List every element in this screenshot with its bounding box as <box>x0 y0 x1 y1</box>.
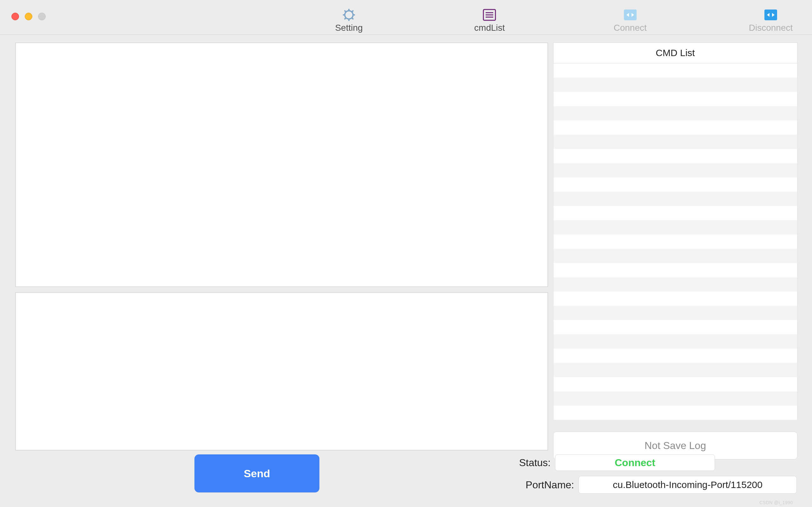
cmd-list-rows[interactable] <box>553 63 798 420</box>
toolbar-disconnect-label: Disconnect <box>749 23 793 33</box>
zoom-icon[interactable] <box>38 13 46 20</box>
received-textarea[interactable] <box>15 43 548 287</box>
cmd-list-row[interactable] <box>553 320 798 334</box>
watermark: CSDN @i_1990 <box>759 500 793 505</box>
cmd-list-row[interactable] <box>553 120 798 135</box>
cmd-list-row[interactable] <box>553 92 798 106</box>
cmd-list-row[interactable] <box>553 377 798 391</box>
toolbar-cmdlist-label: cmdList <box>474 23 505 33</box>
svg-line-8 <box>352 10 353 12</box>
portname-row: PortName: cu.Bluetooth-Incoming-Port/115… <box>525 476 797 494</box>
toolbar-cmdlist[interactable]: cmdList <box>458 9 521 33</box>
cmd-list-row[interactable] <box>553 406 798 420</box>
connect-icon <box>623 9 637 21</box>
cmd-list-row[interactable] <box>553 306 798 320</box>
status-label: Status: <box>519 457 551 469</box>
minimize-icon[interactable] <box>25 13 32 20</box>
cmd-list-row[interactable] <box>553 220 798 234</box>
cmd-list-row[interactable] <box>553 349 798 363</box>
gear-icon <box>342 9 356 21</box>
svg-line-5 <box>345 10 346 12</box>
cmd-list-row[interactable] <box>553 149 798 163</box>
status-row: Status: Connect <box>519 454 715 471</box>
cmd-list-row[interactable] <box>553 391 798 406</box>
cmd-list-panel: CMD List <box>553 43 798 420</box>
cmd-list-row[interactable] <box>553 363 798 377</box>
portname-field[interactable]: cu.Bluetooth-Incoming-Port/115200 <box>578 476 797 494</box>
content: CMD List Not Save Log <box>0 35 812 507</box>
window-controls <box>11 13 46 20</box>
svg-line-7 <box>345 18 346 19</box>
cmd-list-row[interactable] <box>553 206 798 220</box>
titlebar: Setting cmdList Connect <box>0 0 812 35</box>
status-field: Connect <box>555 454 715 471</box>
toolbar-setting[interactable]: Setting <box>317 9 380 33</box>
toolbar-connect-label: Connect <box>614 23 647 33</box>
send-textarea[interactable] <box>15 292 548 451</box>
cmd-list-row[interactable] <box>553 106 798 120</box>
close-icon[interactable] <box>11 13 19 20</box>
cmd-list-row[interactable] <box>553 263 798 277</box>
cmd-list-row[interactable] <box>553 177 798 192</box>
cmd-list-row[interactable] <box>553 234 798 249</box>
list-icon <box>483 9 496 21</box>
cmd-list-row[interactable] <box>553 78 798 92</box>
cmd-list-row[interactable] <box>553 249 798 263</box>
cmd-list-row[interactable] <box>553 63 798 78</box>
cmd-list-row[interactable] <box>553 135 798 149</box>
svg-rect-14 <box>624 9 637 20</box>
svg-point-9 <box>347 13 351 16</box>
toolbar-setting-label: Setting <box>335 23 362 33</box>
svg-rect-17 <box>764 9 777 20</box>
portname-label: PortName: <box>525 479 574 491</box>
cmd-list-header: CMD List <box>553 43 798 63</box>
cmd-list-row[interactable] <box>553 192 798 206</box>
cmd-list-row[interactable] <box>553 291 798 306</box>
toolbar-connect[interactable]: Connect <box>599 9 662 33</box>
toolbar-disconnect[interactable]: Disconnect <box>739 9 803 33</box>
send-button[interactable]: Send <box>194 454 319 493</box>
cmd-list-row[interactable] <box>553 163 798 177</box>
disconnect-icon <box>764 9 778 21</box>
svg-line-6 <box>352 18 353 19</box>
cmd-list-row[interactable] <box>553 334 798 349</box>
cmd-list-row[interactable] <box>553 277 798 291</box>
toolbar: Setting cmdList Connect <box>317 0 803 35</box>
